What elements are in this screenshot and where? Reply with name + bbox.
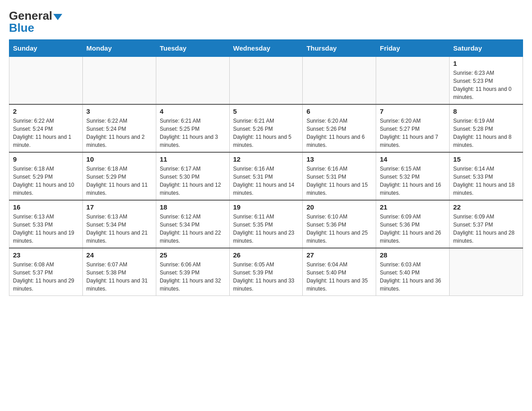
day-of-week-header: Thursday — [303, 40, 376, 57]
day-info: Sunrise: 6:21 AM Sunset: 5:26 PM Dayligh… — [233, 117, 299, 149]
calendar-table: SundayMondayTuesdayWednesdayThursdayFrid… — [9, 39, 523, 296]
day-number: 5 — [233, 107, 299, 115]
day-number: 7 — [380, 107, 446, 115]
calendar-day-cell: 28Sunrise: 6:03 AM Sunset: 5:40 PM Dayli… — [376, 248, 450, 296]
day-number: 2 — [13, 107, 79, 115]
calendar-day-cell: 2Sunrise: 6:22 AM Sunset: 5:24 PM Daylig… — [9, 104, 83, 152]
calendar-day-cell: 9Sunrise: 6:18 AM Sunset: 5:29 PM Daylig… — [9, 152, 83, 200]
day-number: 15 — [453, 155, 519, 163]
day-info: Sunrise: 6:22 AM Sunset: 5:24 PM Dayligh… — [13, 117, 79, 149]
day-info: Sunrise: 6:17 AM Sunset: 5:30 PM Dayligh… — [160, 165, 226, 197]
calendar-day-cell: 6Sunrise: 6:20 AM Sunset: 5:26 PM Daylig… — [303, 104, 376, 152]
day-info: Sunrise: 6:03 AM Sunset: 5:40 PM Dayligh… — [380, 261, 446, 293]
logo-blue-text: Blue — [9, 21, 34, 35]
day-info: Sunrise: 6:18 AM Sunset: 5:29 PM Dayligh… — [13, 165, 79, 197]
calendar-day-cell — [303, 57, 376, 105]
day-of-week-header: Saturday — [450, 40, 523, 57]
day-info: Sunrise: 6:16 AM Sunset: 5:31 PM Dayligh… — [306, 165, 372, 197]
calendar-day-cell: 13Sunrise: 6:16 AM Sunset: 5:31 PM Dayli… — [303, 152, 376, 200]
day-number: 26 — [233, 251, 299, 259]
day-number: 9 — [13, 155, 79, 163]
calendar-week-row: 9Sunrise: 6:18 AM Sunset: 5:29 PM Daylig… — [9, 152, 523, 200]
day-info: Sunrise: 6:23 AM Sunset: 5:23 PM Dayligh… — [453, 69, 519, 101]
day-number: 14 — [380, 155, 446, 163]
calendar-day-cell: 5Sunrise: 6:21 AM Sunset: 5:26 PM Daylig… — [229, 104, 303, 152]
calendar-day-cell — [82, 57, 156, 105]
day-info: Sunrise: 6:15 AM Sunset: 5:32 PM Dayligh… — [380, 165, 446, 197]
calendar-day-cell: 20Sunrise: 6:10 AM Sunset: 5:36 PM Dayli… — [303, 200, 376, 248]
calendar-day-cell: 21Sunrise: 6:09 AM Sunset: 5:36 PM Dayli… — [376, 200, 450, 248]
calendar-week-row: 2Sunrise: 6:22 AM Sunset: 5:24 PM Daylig… — [9, 104, 523, 152]
day-number: 28 — [380, 251, 446, 259]
calendar-day-cell: 7Sunrise: 6:20 AM Sunset: 5:27 PM Daylig… — [376, 104, 450, 152]
day-number: 8 — [453, 107, 519, 115]
calendar-day-cell: 19Sunrise: 6:11 AM Sunset: 5:35 PM Dayli… — [229, 200, 303, 248]
day-info: Sunrise: 6:21 AM Sunset: 5:25 PM Dayligh… — [160, 117, 226, 149]
calendar-week-row: 23Sunrise: 6:08 AM Sunset: 5:37 PM Dayli… — [9, 248, 523, 296]
calendar-day-cell: 4Sunrise: 6:21 AM Sunset: 5:25 PM Daylig… — [156, 104, 229, 152]
calendar-day-cell: 3Sunrise: 6:22 AM Sunset: 5:24 PM Daylig… — [82, 104, 156, 152]
calendar-day-cell: 17Sunrise: 6:13 AM Sunset: 5:34 PM Dayli… — [82, 200, 156, 248]
day-number: 10 — [86, 155, 152, 163]
day-info: Sunrise: 6:06 AM Sunset: 5:39 PM Dayligh… — [160, 261, 226, 293]
calendar-day-cell: 14Sunrise: 6:15 AM Sunset: 5:32 PM Dayli… — [376, 152, 450, 200]
day-info: Sunrise: 6:09 AM Sunset: 5:37 PM Dayligh… — [453, 213, 519, 245]
day-number: 20 — [306, 203, 372, 211]
day-number: 13 — [306, 155, 372, 163]
calendar-day-cell — [376, 57, 450, 105]
day-of-week-header: Tuesday — [156, 40, 229, 57]
day-info: Sunrise: 6:11 AM Sunset: 5:35 PM Dayligh… — [233, 213, 299, 245]
day-number: 25 — [160, 251, 226, 259]
day-info: Sunrise: 6:04 AM Sunset: 5:40 PM Dayligh… — [306, 261, 372, 293]
day-info: Sunrise: 6:13 AM Sunset: 5:33 PM Dayligh… — [13, 213, 79, 245]
day-info: Sunrise: 6:13 AM Sunset: 5:34 PM Dayligh… — [86, 213, 152, 245]
calendar-day-cell: 10Sunrise: 6:18 AM Sunset: 5:29 PM Dayli… — [82, 152, 156, 200]
day-info: Sunrise: 6:08 AM Sunset: 5:37 PM Dayligh… — [13, 261, 79, 293]
day-of-week-header: Wednesday — [229, 40, 303, 57]
day-info: Sunrise: 6:20 AM Sunset: 5:27 PM Dayligh… — [380, 117, 446, 149]
day-of-week-header: Sunday — [9, 40, 83, 57]
day-info: Sunrise: 6:16 AM Sunset: 5:31 PM Dayligh… — [233, 165, 299, 197]
day-info: Sunrise: 6:22 AM Sunset: 5:24 PM Dayligh… — [86, 117, 152, 149]
calendar-week-row: 1Sunrise: 6:23 AM Sunset: 5:23 PM Daylig… — [9, 57, 523, 105]
day-of-week-header: Friday — [376, 40, 450, 57]
calendar-day-cell: 23Sunrise: 6:08 AM Sunset: 5:37 PM Dayli… — [9, 248, 83, 296]
day-info: Sunrise: 6:14 AM Sunset: 5:33 PM Dayligh… — [453, 165, 519, 197]
calendar-day-cell: 25Sunrise: 6:06 AM Sunset: 5:39 PM Dayli… — [156, 248, 229, 296]
day-number: 4 — [160, 107, 226, 115]
day-number: 18 — [160, 203, 226, 211]
calendar-day-cell: 12Sunrise: 6:16 AM Sunset: 5:31 PM Dayli… — [229, 152, 303, 200]
calendar-day-cell: 24Sunrise: 6:07 AM Sunset: 5:38 PM Dayli… — [82, 248, 156, 296]
day-info: Sunrise: 6:18 AM Sunset: 5:29 PM Dayligh… — [86, 165, 152, 197]
calendar-day-cell — [9, 57, 83, 105]
day-info: Sunrise: 6:19 AM Sunset: 5:28 PM Dayligh… — [453, 117, 519, 149]
calendar-day-cell: 26Sunrise: 6:05 AM Sunset: 5:39 PM Dayli… — [229, 248, 303, 296]
logo: General Blue — [9, 9, 62, 35]
day-number: 22 — [453, 203, 519, 211]
day-number: 17 — [86, 203, 152, 211]
logo-arrow-icon — [53, 14, 62, 20]
day-info: Sunrise: 6:07 AM Sunset: 5:38 PM Dayligh… — [86, 261, 152, 293]
day-number: 23 — [13, 251, 79, 259]
day-info: Sunrise: 6:05 AM Sunset: 5:39 PM Dayligh… — [233, 261, 299, 293]
day-number: 19 — [233, 203, 299, 211]
calendar-week-row: 16Sunrise: 6:13 AM Sunset: 5:33 PM Dayli… — [9, 200, 523, 248]
day-number: 1 — [453, 60, 519, 67]
calendar-day-cell: 16Sunrise: 6:13 AM Sunset: 5:33 PM Dayli… — [9, 200, 83, 248]
calendar-day-cell — [156, 57, 229, 105]
day-info: Sunrise: 6:10 AM Sunset: 5:36 PM Dayligh… — [306, 213, 372, 245]
day-number: 11 — [160, 155, 226, 163]
calendar-day-cell: 1Sunrise: 6:23 AM Sunset: 5:23 PM Daylig… — [450, 57, 523, 105]
calendar-day-cell: 8Sunrise: 6:19 AM Sunset: 5:28 PM Daylig… — [450, 104, 523, 152]
page-header: General Blue — [9, 9, 523, 35]
calendar-day-cell: 11Sunrise: 6:17 AM Sunset: 5:30 PM Dayli… — [156, 152, 229, 200]
day-number: 12 — [233, 155, 299, 163]
day-number: 3 — [86, 107, 152, 115]
calendar-day-cell: 15Sunrise: 6:14 AM Sunset: 5:33 PM Dayli… — [450, 152, 523, 200]
day-info: Sunrise: 6:20 AM Sunset: 5:26 PM Dayligh… — [306, 117, 372, 149]
day-info: Sunrise: 6:09 AM Sunset: 5:36 PM Dayligh… — [380, 213, 446, 245]
day-number: 6 — [306, 107, 372, 115]
day-number: 24 — [86, 251, 152, 259]
calendar-day-cell: 18Sunrise: 6:12 AM Sunset: 5:34 PM Dayli… — [156, 200, 229, 248]
calendar-header-row: SundayMondayTuesdayWednesdayThursdayFrid… — [9, 40, 523, 57]
